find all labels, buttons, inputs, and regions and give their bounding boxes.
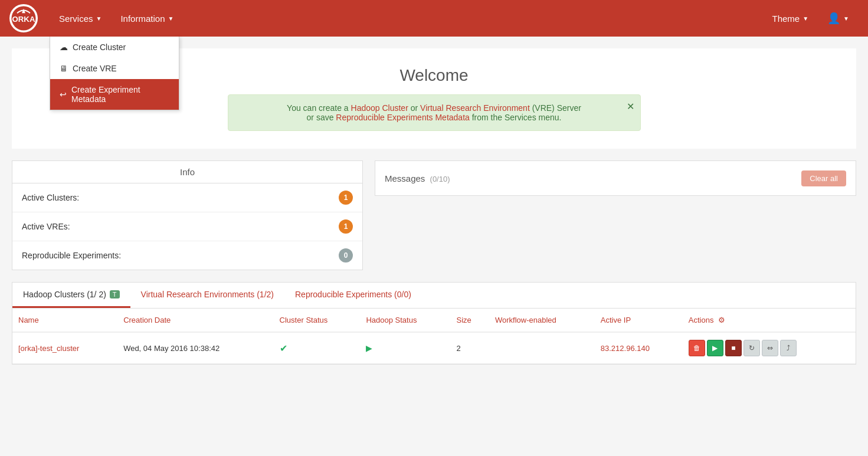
create-experiment-label: Create Experiment Metadata xyxy=(71,85,169,104)
cell-name: [orka]-test_cluster xyxy=(12,332,117,364)
col-actions: Actions ⚙ xyxy=(683,309,856,332)
create-cluster-label: Create Cluster xyxy=(73,42,126,52)
delete-button[interactable]: 🗑 xyxy=(689,340,705,356)
user-icon: 👤 xyxy=(827,12,840,25)
tab-experiments-label: Reproducible Experiments (0/0) xyxy=(295,290,411,299)
alert-link-vre[interactable]: Virtual Research Environment xyxy=(420,103,530,113)
info-panel-header: Info xyxy=(12,161,362,183)
cluster-name-link[interactable]: [orka]-test_cluster xyxy=(18,344,79,353)
tab-hadoop-label: Hadoop Clusters (1/ 2) xyxy=(23,290,106,299)
alert-text-or: or xyxy=(411,103,420,113)
actions-settings-icon[interactable]: ⚙ xyxy=(718,316,725,324)
reproducible-experiments-label: Reproducible Experiments: xyxy=(22,251,121,260)
col-cluster-status: Cluster Status xyxy=(274,309,361,332)
vre-icon: 🖥 xyxy=(60,64,68,73)
active-ip-value: 83.212.96.140 xyxy=(601,344,650,353)
tab-hadoop-icon: T xyxy=(110,290,120,298)
services-dropdown: ☁ Create Cluster 🖥 Create VRE ↩ Create E… xyxy=(50,37,179,110)
cell-workflow-enabled xyxy=(489,332,595,364)
alert-text-vre: (VRE) Server xyxy=(532,103,581,113)
theme-label: Theme xyxy=(772,14,800,24)
active-vres-badge: 1 xyxy=(339,219,353,234)
alert-text-save: or save xyxy=(307,113,336,122)
table-container: Name Creation Date Cluster Status Hadoop… xyxy=(12,309,856,364)
clear-all-button[interactable]: Clear all xyxy=(801,170,846,186)
table-head: Name Creation Date Cluster Status Hadoop… xyxy=(12,309,856,332)
table-body: [orka]-test_cluster Wed, 04 May 2016 10:… xyxy=(12,332,856,364)
tabs-header: Hadoop Clusters (1/ 2) T Virtual Researc… xyxy=(12,283,856,309)
col-hadoop-status: Hadoop Status xyxy=(360,309,450,332)
alert-link-experiments[interactable]: Reproducible Experiments Metadata xyxy=(336,113,469,122)
table-row: [orka]-test_cluster Wed, 04 May 2016 10:… xyxy=(12,332,856,364)
information-menu[interactable]: Information ▼ xyxy=(111,0,183,37)
export-button[interactable]: ⤴ xyxy=(780,340,797,356)
messages-count: (0/10) xyxy=(430,175,450,183)
cluster-status-check: ✔ xyxy=(280,343,287,353)
orka-logo-svg: ORKA xyxy=(11,5,37,31)
information-label: Information xyxy=(120,14,165,24)
theme-caret: ▼ xyxy=(803,15,808,22)
alert-text-after: from the Services menu. xyxy=(472,113,562,122)
navbar-right: Theme ▼ 👤 ▼ xyxy=(763,0,859,37)
brand-logo[interactable]: ORKA xyxy=(9,4,38,32)
tab-vre[interactable]: Virtual Research Environments (1/2) xyxy=(130,283,284,308)
info-row-experiments: Reproducible Experiments: 0 xyxy=(12,241,362,270)
alert-link-hadoop[interactable]: Hadoop Cluster xyxy=(351,103,408,113)
information-caret: ▼ xyxy=(168,15,173,22)
tab-experiments[interactable]: Reproducible Experiments (0/0) xyxy=(284,283,422,308)
active-vres-label: Active VREs: xyxy=(22,222,70,231)
create-vre-label: Create VRE xyxy=(73,64,117,73)
user-menu[interactable]: 👤 ▼ xyxy=(818,0,859,37)
cell-active-ip: 83.212.96.140 xyxy=(595,332,683,364)
info-row-clusters: Active Clusters: 1 xyxy=(12,183,362,212)
create-vre-item[interactable]: 🖥 Create VRE xyxy=(50,58,179,79)
cell-size: 2 xyxy=(451,332,489,364)
action-buttons: 🗑 ▶ ■ ↻ ⇔ ⤴ xyxy=(689,340,850,356)
resize-button[interactable]: ⇔ xyxy=(762,340,778,356)
cell-hadoop-status: ▶ xyxy=(360,332,450,364)
tab-vre-label: Virtual Research Environments (1/2) xyxy=(141,290,274,299)
create-experiment-item[interactable]: ↩ Create Experiment Metadata xyxy=(50,79,179,110)
cell-creation-date: Wed, 04 May 2016 10:38:42 xyxy=(117,332,273,364)
active-clusters-badge: 1 xyxy=(339,191,353,205)
alert-text-before: You can create a xyxy=(287,103,351,113)
logo-circle: ORKA xyxy=(9,4,38,32)
info-row-vres: Active VREs: 1 xyxy=(12,212,362,241)
cell-actions: 🗑 ▶ ■ ↻ ⇔ ⤴ xyxy=(683,332,856,364)
services-menu[interactable]: Services ▼ ☁ Create Cluster 🖥 Create VRE… xyxy=(50,0,111,37)
cell-cluster-status: ✔ xyxy=(274,332,361,364)
col-active-ip: Active IP xyxy=(595,309,683,332)
active-clusters-label: Active Clusters: xyxy=(22,193,79,202)
tabs-section: Hadoop Clusters (1/ 2) T Virtual Researc… xyxy=(12,282,856,365)
alert-close[interactable]: ✕ xyxy=(627,101,634,112)
services-label: Services xyxy=(59,14,93,24)
tab-hadoop[interactable]: Hadoop Clusters (1/ 2) T xyxy=(12,283,130,308)
user-caret: ▼ xyxy=(843,15,849,22)
svg-text:ORKA: ORKA xyxy=(12,15,35,24)
hadoop-status-play: ▶ xyxy=(366,343,372,353)
messages-panel: Messages (0/10) Clear all xyxy=(375,160,856,196)
col-workflow-enabled: Workflow-enabled xyxy=(489,309,595,332)
navbar: ORKA Services ▼ ☁ Create Cluster 🖥 Creat… xyxy=(0,0,868,37)
welcome-alert: ✕ You can create a Hadoop Cluster or Vir… xyxy=(228,94,641,131)
messages-label: Messages xyxy=(385,173,425,183)
reboot-button[interactable]: ↻ xyxy=(743,340,760,356)
messages-title: Messages (0/10) xyxy=(385,173,450,183)
stop-button[interactable]: ■ xyxy=(725,340,742,356)
start-button[interactable]: ▶ xyxy=(707,340,723,356)
col-name: Name xyxy=(12,309,117,332)
create-cluster-item[interactable]: ☁ Create Cluster xyxy=(50,37,179,58)
info-messages-row: Info Active Clusters: 1 Active VREs: 1 R… xyxy=(12,160,856,270)
reproducible-experiments-badge: 0 xyxy=(339,248,353,263)
experiment-icon: ↩ xyxy=(60,90,67,99)
col-creation-date: Creation Date xyxy=(117,309,273,332)
col-size: Size xyxy=(451,309,489,332)
services-caret: ▼ xyxy=(96,15,102,22)
theme-menu[interactable]: Theme ▼ xyxy=(763,0,818,37)
info-panel: Info Active Clusters: 1 Active VREs: 1 R… xyxy=(12,160,363,270)
cluster-icon: ☁ xyxy=(60,42,68,52)
clusters-table: Name Creation Date Cluster Status Hadoop… xyxy=(12,309,856,364)
